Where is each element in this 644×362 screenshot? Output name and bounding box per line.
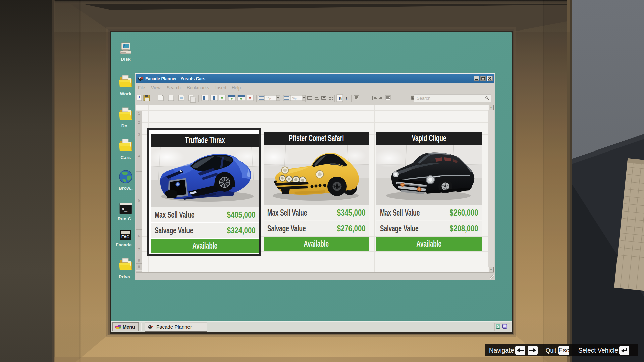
svg-text:15p: 15p (266, 97, 271, 100)
svg-text:36p: 36p (292, 97, 297, 100)
svg-text:I: I (345, 96, 348, 101)
svg-text:FAC: FAC (121, 235, 129, 239)
svg-text:>_: >_ (121, 207, 128, 213)
svg-text:Search: Search (417, 96, 430, 101)
svg-text:B: B (338, 96, 342, 101)
